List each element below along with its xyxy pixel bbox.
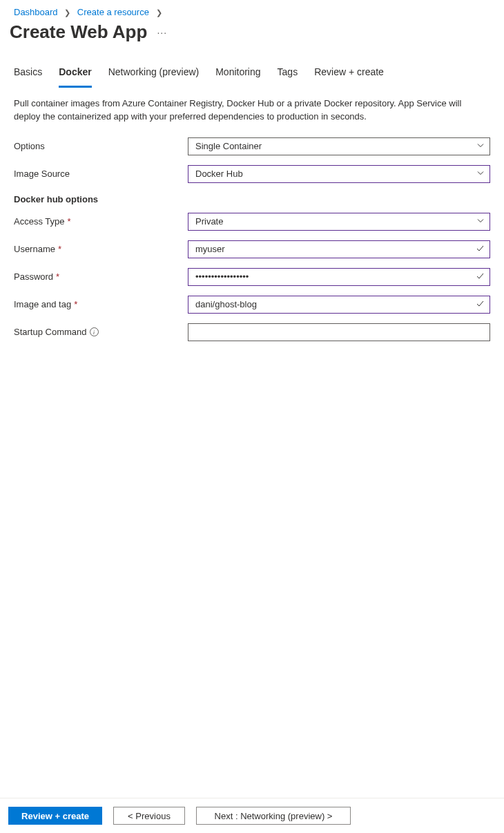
tab-basics[interactable]: Basics xyxy=(14,59,42,88)
select-access-type-value: Private xyxy=(195,216,223,227)
docker-hub-options-heading: Docker hub options xyxy=(14,194,490,204)
tab-monitoring[interactable]: Monitoring xyxy=(215,59,260,88)
row-options: Options Single Container xyxy=(14,137,490,155)
label-username: Username* xyxy=(14,244,188,254)
row-startup-command: Startup Command i xyxy=(14,323,490,341)
review-create-button[interactable]: Review + create xyxy=(8,807,102,825)
label-options: Options xyxy=(14,141,188,151)
input-startup-command[interactable] xyxy=(188,323,490,341)
tab-docker[interactable]: Docker xyxy=(59,59,91,88)
chevron-right-icon: ❯ xyxy=(64,8,70,17)
previous-button[interactable]: < Previous xyxy=(113,807,185,825)
required-asterisk: * xyxy=(67,216,70,227)
row-image-and-tag: Image and tag* xyxy=(14,296,490,314)
input-username[interactable] xyxy=(188,240,490,258)
input-password[interactable] xyxy=(188,268,490,286)
tab-review-create[interactable]: Review + create xyxy=(314,59,384,88)
breadcrumb: Dashboard ❯ Create a resource ❯ xyxy=(0,0,504,21)
chevron-right-icon: ❯ xyxy=(156,8,162,17)
select-image-source[interactable]: Docker Hub xyxy=(188,165,490,183)
row-access-type: Access Type* Private xyxy=(14,213,490,231)
required-asterisk: * xyxy=(74,299,77,309)
info-icon[interactable]: i xyxy=(90,327,99,336)
select-access-type[interactable]: Private xyxy=(188,213,490,231)
breadcrumb-create-resource[interactable]: Create a resource xyxy=(77,7,149,17)
select-options-value: Single Container xyxy=(195,141,262,151)
tabs: Basics Docker Networking (preview) Monit… xyxy=(0,59,504,88)
input-image-and-tag[interactable] xyxy=(188,296,490,314)
tab-networking[interactable]: Networking (preview) xyxy=(108,59,199,88)
page-title: Create Web App xyxy=(10,21,147,43)
select-image-source-value: Docker Hub xyxy=(195,169,243,179)
row-image-source: Image Source Docker Hub xyxy=(14,165,490,183)
label-access-type: Access Type* xyxy=(14,216,188,227)
label-password: Password* xyxy=(14,271,188,282)
breadcrumb-dashboard[interactable]: Dashboard xyxy=(14,7,58,17)
form: Options Single Container Image Source Do… xyxy=(0,137,504,341)
label-image-and-tag: Image and tag* xyxy=(14,299,188,309)
tab-tags[interactable]: Tags xyxy=(278,59,298,88)
label-startup-command: Startup Command i xyxy=(14,327,188,337)
row-password: Password* xyxy=(14,268,490,286)
select-options[interactable]: Single Container xyxy=(188,137,490,155)
footer: Review + create < Previous Next : Networ… xyxy=(0,798,504,833)
next-button[interactable]: Next : Networking (preview) > xyxy=(196,807,351,825)
more-icon[interactable]: ··· xyxy=(157,27,167,38)
label-image-source: Image Source xyxy=(14,169,188,179)
row-username: Username* xyxy=(14,240,490,258)
title-row: Create Web App ··· xyxy=(0,21,504,59)
tab-description: Pull container images from Azure Contain… xyxy=(0,88,504,137)
required-asterisk: * xyxy=(56,271,59,282)
required-asterisk: * xyxy=(58,244,61,254)
